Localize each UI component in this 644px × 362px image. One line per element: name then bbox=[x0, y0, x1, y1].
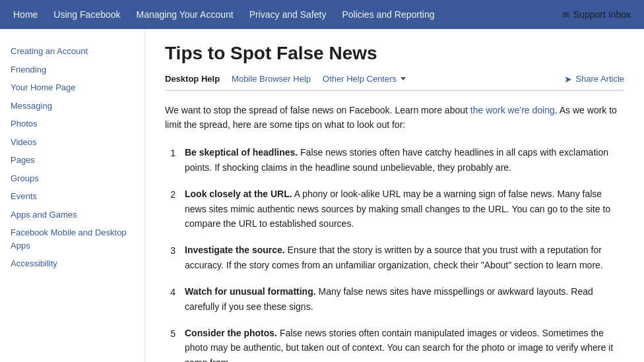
main-content: Tips to Spot False News Desktop Help Mob… bbox=[145, 29, 644, 362]
share-arrow-icon: ➤ bbox=[564, 74, 572, 84]
sidebar-item-groups[interactable]: Groups bbox=[11, 169, 134, 188]
chevron-down-icon bbox=[401, 77, 406, 80]
support-inbox-label: Support Inbox bbox=[573, 9, 631, 20]
tip-number-2: 2 bbox=[165, 187, 176, 202]
tip-content-3: Investigate the source. Ensure that the … bbox=[185, 243, 624, 272]
tip-item-5: 5Consider the photos. False news stories… bbox=[165, 326, 624, 362]
tips-list: 1Be skeptical of headlines. False news s… bbox=[165, 145, 624, 362]
tip-item-1: 1Be skeptical of headlines. False news s… bbox=[165, 145, 624, 175]
tip-content-1: Be skeptical of headlines. False news st… bbox=[185, 145, 624, 175]
nav-managing-account[interactable]: Managing Your Account bbox=[137, 9, 234, 20]
tab-other-help-label: Other Help Centers bbox=[323, 74, 397, 84]
support-inbox-link[interactable]: ✉ Support Inbox bbox=[562, 9, 631, 20]
tip-number-4: 4 bbox=[165, 284, 176, 299]
tip-bold-5: Consider the photos. bbox=[185, 328, 277, 338]
tip-item-4: 4Watch for unusual formatting. Many fals… bbox=[165, 284, 624, 314]
tip-bold-3: Investigate the source. bbox=[185, 245, 285, 255]
nav-policies-reporting[interactable]: Policies and Reporting bbox=[342, 9, 434, 20]
share-article-label: Share Article bbox=[575, 74, 624, 84]
sidebar-item-pages[interactable]: Pages bbox=[11, 151, 134, 169]
intro-link[interactable]: the work we're doing bbox=[470, 105, 555, 115]
page-title: Tips to Spot False News bbox=[165, 42, 624, 65]
sidebar-item-events[interactable]: Events bbox=[11, 187, 134, 206]
sidebar-item-messaging[interactable]: Messaging bbox=[11, 97, 134, 115]
tip-bold-4: Watch for unusual formatting. bbox=[185, 286, 316, 297]
sidebar-item-videos[interactable]: Videos bbox=[11, 133, 134, 152]
tab-mobile-browser[interactable]: Mobile Browser Help bbox=[232, 74, 311, 84]
tip-content-2: Look closely at the URL. A phony or look… bbox=[185, 187, 624, 231]
sidebar-item-accessibility[interactable]: Accessibility bbox=[11, 255, 134, 273]
envelope-icon: ✉ bbox=[562, 10, 569, 20]
share-article-button[interactable]: ➤ Share Article bbox=[564, 74, 624, 84]
layout: Creating an Account Friending Your Home … bbox=[0, 29, 644, 362]
intro-paragraph: We want to stop the spread of false news… bbox=[165, 103, 624, 133]
tip-bold-2: Look closely at the URL. bbox=[185, 189, 292, 199]
help-tabs: Desktop Help Mobile Browser Help Other H… bbox=[165, 74, 624, 91]
sidebar-item-creating-account[interactable]: Creating an Account bbox=[11, 42, 134, 61]
nav-privacy-safety[interactable]: Privacy and Safety bbox=[249, 9, 327, 20]
tip-item-2: 2Look closely at the URL. A phony or loo… bbox=[165, 187, 624, 231]
tip-number-5: 5 bbox=[165, 326, 176, 341]
sidebar-item-friending[interactable]: Friending bbox=[11, 61, 134, 79]
sidebar: Creating an Account Friending Your Home … bbox=[0, 29, 145, 362]
tab-other-help[interactable]: Other Help Centers bbox=[323, 74, 406, 84]
sidebar-item-apps-games[interactable]: Apps and Games bbox=[11, 206, 134, 224]
sidebar-item-photos[interactable]: Photos bbox=[11, 115, 134, 133]
top-nav: Home Using Facebook Managing Your Accoun… bbox=[0, 0, 644, 29]
tip-number-1: 1 bbox=[165, 145, 176, 160]
tip-content-4: Watch for unusual formatting. Many false… bbox=[185, 284, 624, 314]
intro-text-1: We want to stop the spread of false news… bbox=[165, 105, 470, 115]
tip-bold-1: Be skeptical of headlines. bbox=[185, 147, 298, 158]
nav-home[interactable]: Home bbox=[13, 9, 38, 20]
tip-number-3: 3 bbox=[165, 243, 176, 258]
tab-desktop-help[interactable]: Desktop Help bbox=[165, 74, 220, 84]
tip-item-3: 3Investigate the source. Ensure that the… bbox=[165, 243, 624, 272]
nav-using-facebook[interactable]: Using Facebook bbox=[53, 9, 120, 20]
tip-content-5: Consider the photos. False news stories … bbox=[185, 326, 624, 362]
sidebar-item-home-page[interactable]: Your Home Page bbox=[11, 78, 134, 97]
sidebar-item-mobile-desktop[interactable]: Facebook Mobile and Desktop Apps bbox=[11, 224, 134, 255]
